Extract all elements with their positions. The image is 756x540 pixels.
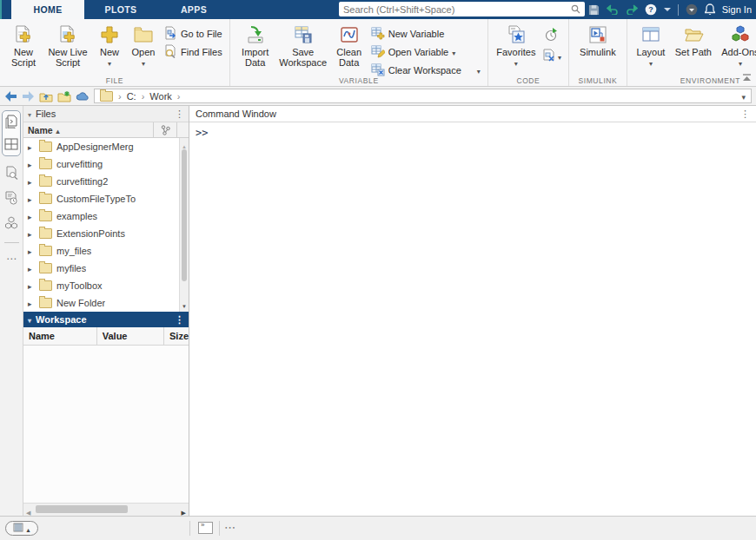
name-column-header[interactable]: Name (23, 122, 154, 137)
workspace-horizontal-scrollbar[interactable] (23, 503, 189, 516)
open-variable-button[interactable]: Open Variable (371, 44, 481, 59)
find-files-button[interactable]: Find Files (163, 44, 222, 59)
files-panel-icon[interactable] (4, 115, 18, 130)
file-row[interactable]: my_files (23, 242, 189, 260)
forward-icon[interactable] (22, 91, 35, 102)
file-row[interactable]: ExtensionPoints (23, 225, 189, 242)
clean-data-button[interactable]: Clean Data (330, 22, 368, 69)
dropdown-caret-icon (649, 57, 653, 68)
notifications-bell-icon[interactable] (705, 3, 715, 16)
run-and-time-button[interactable] (544, 27, 559, 43)
command-window-body[interactable]: >> (189, 122, 756, 516)
expand-caret-icon[interactable] (28, 263, 35, 273)
panel-grid-icon[interactable] (4, 138, 18, 152)
button-label: Clean Data (333, 47, 366, 68)
file-row[interactable]: curvefitting (23, 155, 189, 173)
favorites-button[interactable]: Favorites (493, 22, 540, 69)
titlebar-divider (678, 4, 679, 16)
workspace-name-column[interactable]: Name (23, 327, 97, 345)
layout-button[interactable]: Layout (632, 22, 670, 69)
save-workspace-button[interactable]: Save Workspace (276, 22, 330, 69)
file-row[interactable]: myToolbox (23, 277, 189, 294)
file-row[interactable]: myfiles (23, 260, 189, 277)
link-label: Find Files (181, 47, 222, 57)
file-row[interactable]: New Folder (23, 294, 189, 312)
button-label: New Live Script (45, 47, 90, 68)
files-vertical-scrollbar[interactable] (179, 138, 189, 312)
breadcrumb-folder[interactable]: Work (149, 91, 171, 102)
cloud-folder-icon[interactable] (76, 91, 90, 102)
help-dropdown-caret-icon[interactable] (664, 7, 671, 12)
up-folder-icon[interactable] (39, 90, 53, 102)
scroll-down-icon[interactable] (180, 300, 189, 310)
dropdown-caret-icon (477, 65, 481, 76)
breadcrumb-dropdown-icon[interactable] (741, 91, 746, 102)
clear-commands-button[interactable] (542, 49, 561, 64)
folder-icon (39, 159, 52, 169)
expand-caret-icon[interactable] (28, 298, 35, 308)
command-history-icon[interactable] (4, 191, 18, 207)
ribbon-section-code: Favorites CODE (488, 19, 569, 86)
panel-menu-icon[interactable] (175, 314, 184, 326)
expand-caret-icon[interactable] (28, 211, 35, 221)
scrollbar-thumb[interactable] (182, 149, 187, 281)
new-button[interactable]: New (93, 22, 126, 69)
set-path-button[interactable]: Set Path (670, 22, 717, 59)
folder-icon (39, 228, 52, 239)
search-icon[interactable] (571, 4, 580, 14)
expand-caret-icon[interactable] (28, 246, 35, 256)
packages-cubes-icon[interactable] (4, 216, 18, 231)
scrollbar-thumb[interactable] (36, 505, 128, 513)
clear-workspace-button[interactable]: Clear Workspace (371, 63, 481, 77)
add-ons-button[interactable]: Add-Ons (717, 22, 756, 69)
more-panels-icon[interactable] (6, 253, 17, 265)
simulink-button[interactable]: Simulink (574, 22, 622, 59)
collapse-ribbon-icon[interactable] (742, 73, 752, 83)
expand-caret-icon[interactable] (28, 194, 35, 204)
file-row[interactable]: curvefitting2 (23, 173, 189, 190)
go-to-file-button[interactable]: Go to File (163, 26, 222, 41)
git-column-header[interactable] (154, 122, 177, 137)
new-script-button[interactable]: New Script (4, 22, 43, 69)
workspace-value-column[interactable]: Value (97, 327, 164, 345)
sign-in-link[interactable]: Sign In (722, 4, 752, 15)
workspace-size-column[interactable]: Size (164, 327, 189, 345)
breadcrumb-drive[interactable]: C: (127, 91, 136, 102)
file-search-icon[interactable] (4, 166, 18, 181)
new-live-script-button[interactable]: New Live Script (43, 22, 93, 69)
file-row[interactable]: AppDesignerMerg (23, 138, 189, 155)
collapse-caret-icon[interactable] (28, 109, 31, 119)
back-icon[interactable] (4, 91, 17, 102)
profile-icon[interactable] (686, 3, 698, 16)
import-data-button[interactable]: Import Data (235, 22, 276, 69)
statusbar-more-icon[interactable] (224, 521, 235, 534)
expand-caret-icon[interactable] (28, 159, 35, 169)
command-window: Command Window >> (189, 106, 756, 516)
panel-menu-icon[interactable] (740, 109, 750, 120)
expand-caret-icon[interactable] (28, 280, 35, 291)
search-input[interactable] (343, 4, 567, 15)
tab-home[interactable]: HOME (11, 0, 84, 19)
file-row[interactable]: CustomFileTypeTo (23, 190, 189, 207)
new-folder-icon[interactable] (57, 90, 71, 102)
breadcrumb[interactable]: C: Work (94, 89, 752, 103)
workspace-body[interactable] (23, 346, 189, 503)
expand-caret-icon[interactable] (28, 228, 35, 239)
minimized-command-window-icon[interactable] (198, 522, 213, 534)
expand-caret-icon[interactable] (28, 176, 35, 187)
tab-plots[interactable]: PLOTS (84, 0, 157, 19)
tab-apps[interactable]: APPS (157, 0, 230, 19)
save-icon[interactable] (588, 4, 600, 16)
global-search[interactable] (339, 2, 585, 16)
quick-help-icon[interactable]: ? (645, 3, 657, 16)
open-button[interactable]: Open (126, 22, 161, 69)
new-variable-button[interactable]: New Variable (371, 26, 481, 41)
parallel-pool-button[interactable] (5, 521, 38, 536)
panel-menu-icon[interactable] (175, 109, 184, 120)
file-row[interactable]: examples (23, 207, 189, 225)
undo-icon[interactable] (607, 4, 619, 15)
expand-caret-icon[interactable] (28, 142, 35, 152)
redo-icon[interactable] (626, 4, 638, 15)
collapse-caret-icon[interactable] (28, 314, 31, 325)
folder-name: CustomFileTypeTo (56, 194, 136, 204)
